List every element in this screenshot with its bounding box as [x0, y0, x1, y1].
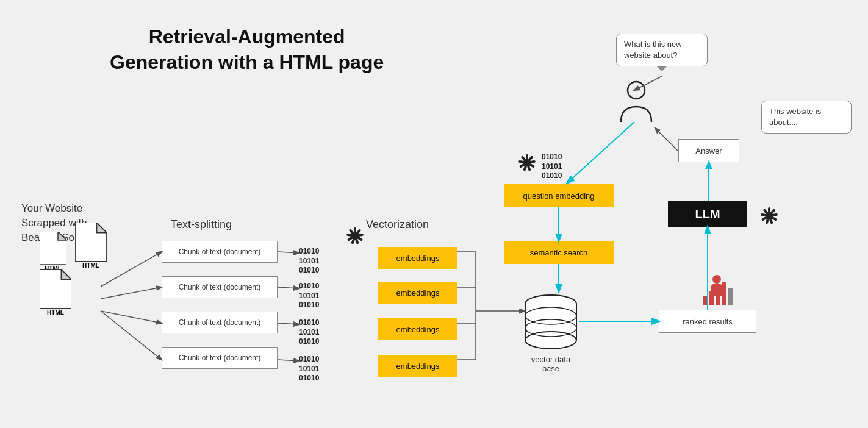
svg-rect-17 [526, 154, 528, 160]
openai-vectorization-icon [343, 224, 367, 250]
svg-line-55 [278, 252, 299, 253]
openai-question-icon [515, 151, 539, 177]
svg-line-57 [278, 323, 299, 324]
question-embedding-box: question embedding [504, 184, 614, 207]
svg-line-56 [278, 287, 299, 288]
html-file-3: HTML [40, 269, 71, 316]
semantic-search-box: semantic search [504, 241, 614, 264]
svg-line-69 [655, 128, 678, 151]
svg-rect-37 [716, 287, 720, 305]
svg-rect-36 [709, 291, 714, 305]
svg-marker-5 [61, 269, 71, 280]
svg-line-52 [101, 287, 162, 299]
speech-bubble-answer: This website is about.... [761, 101, 852, 134]
binary-1: 010101010101010 [299, 247, 319, 276]
chunk-box-2: Chunk of text (document) [162, 276, 278, 298]
svg-line-58 [278, 360, 299, 361]
diagram-container: Retrieval-Augmented Generation with a HT… [0, 0, 868, 428]
chunks-container: Chunk of text (document) Chunk of text (… [162, 241, 278, 369]
svg-rect-41 [768, 207, 770, 213]
chunk-box-3: Chunk of text (document) [162, 312, 278, 333]
binary-4: 010101010101010 [299, 355, 319, 383]
chunk-box-1: Chunk of text (document) [162, 241, 278, 263]
binary-3: 010101010101010 [299, 318, 319, 347]
vectorization-label: Vectorization [366, 218, 429, 231]
page-title: Retrieval-Augmented Generation with a HT… [110, 24, 384, 75]
svg-rect-38 [722, 282, 726, 305]
binary-2: 010101010101010 [299, 282, 319, 310]
binary-question: 010101010101010 [542, 152, 562, 181]
embeddings-2: embeddings [378, 282, 457, 304]
svg-rect-35 [703, 296, 708, 305]
svg-line-53 [101, 311, 162, 323]
html-files: HTML HTML HTML [40, 232, 107, 316]
svg-line-54 [101, 311, 162, 360]
svg-rect-39 [728, 288, 733, 305]
svg-point-33 [712, 275, 721, 284]
svg-marker-1 [58, 232, 66, 240]
bar-chart-icon [700, 273, 734, 309]
vector-db-icon [523, 291, 578, 355]
answer-box: Answer [678, 139, 739, 162]
html-file-1: HTML [40, 232, 66, 272]
speech-bubble-question: What is this new website about? [616, 34, 708, 66]
svg-marker-3 [96, 223, 107, 233]
embeddings-4: embeddings [378, 355, 457, 377]
svg-line-72 [567, 122, 634, 183]
person-icon [615, 79, 658, 130]
svg-rect-7 [354, 227, 356, 234]
llm-box: LLM [668, 201, 747, 227]
chunk-box-4: Chunk of text (document) [162, 347, 278, 369]
embeddings-1: embeddings [378, 247, 457, 269]
ranked-results-box: ranked results [659, 310, 756, 333]
vector-db-label: vector data base [523, 355, 578, 373]
openai-llm-icon [758, 204, 781, 230]
text-splitting-label: Text-splitting [171, 218, 232, 231]
svg-line-51 [101, 252, 162, 287]
html-file-2: HTML [75, 223, 107, 272]
svg-point-50 [628, 82, 645, 99]
embeddings-3: embeddings [378, 318, 457, 340]
